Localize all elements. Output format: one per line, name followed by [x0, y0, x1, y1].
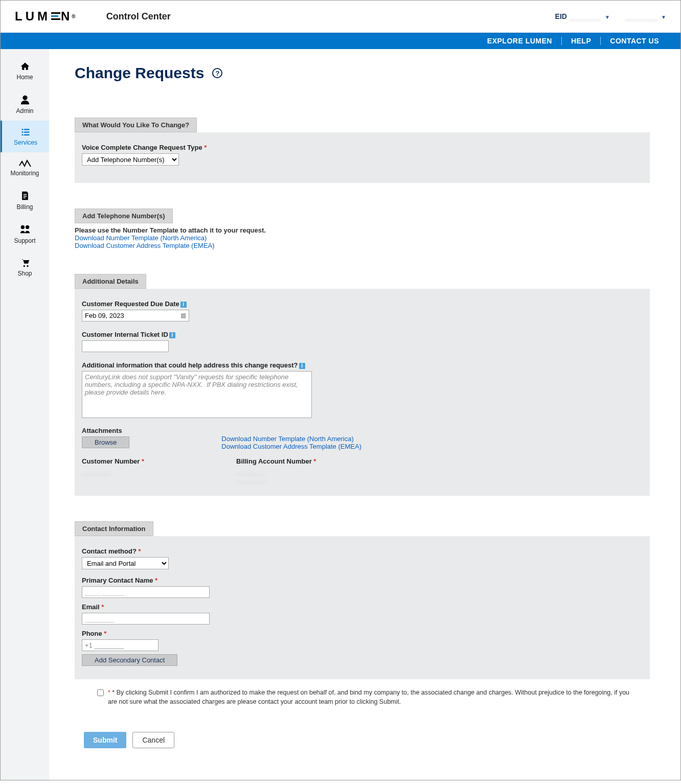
section-tab-change: What Would You Like To Change?	[75, 118, 197, 132]
svg-point-13	[27, 265, 28, 267]
brand-logo: L U M N ®	[15, 9, 76, 24]
sidebar-item-billing[interactable]: Billing	[1, 183, 49, 217]
sidebar-item-admin[interactable]: Admin	[1, 87, 49, 121]
customer-number-label: Customer Number *	[82, 457, 144, 465]
svg-rect-4	[24, 132, 30, 133]
main-content: Change Requests ? What Would You Like To…	[49, 49, 680, 780]
svg-rect-8	[23, 196, 27, 197]
services-icon	[20, 128, 31, 137]
browse-button[interactable]: Browse	[82, 436, 129, 448]
svg-rect-1	[22, 129, 24, 130]
sidebar-item-support[interactable]: Support	[1, 217, 49, 250]
phone-label: Phone *	[82, 630, 643, 637]
eid-dropdown[interactable]: EID ________ ▼	[555, 12, 610, 20]
monitoring-icon	[19, 159, 31, 168]
shop-icon	[19, 258, 31, 268]
due-date-input[interactable]	[82, 310, 189, 321]
sidebar-item-label: Monitoring	[3, 170, 47, 177]
due-date-label: Customer Requested Due Datei	[82, 300, 643, 308]
billing-icon	[20, 190, 30, 201]
sidebar-item-label: Billing	[3, 203, 47, 211]
sidebar-item-label: Shop	[3, 270, 47, 277]
admin-icon	[19, 94, 31, 105]
confirm-row: * * By clicking Submit I confirm I am au…	[97, 688, 634, 706]
sidebar-item-label: Services	[4, 139, 47, 146]
explore-lumen-link[interactable]: EXPLORE LUMEN	[478, 37, 561, 45]
primary-contact-name-label: Primary Contact Name *	[82, 577, 643, 584]
additional-info-textarea[interactable]	[82, 371, 312, 418]
confirm-text: * * By clicking Submit I confirm I am au…	[108, 688, 634, 706]
svg-rect-5	[22, 134, 24, 135]
help-link[interactable]: HELP	[561, 37, 600, 45]
contact-us-link[interactable]: CONTACT US	[600, 37, 668, 45]
app-title: Control Center	[106, 11, 171, 22]
svg-rect-9	[23, 197, 25, 198]
calendar-icon[interactable]: ▦	[180, 312, 186, 319]
svg-point-12	[23, 265, 25, 267]
utility-nav: EXPLORE LUMEN HELP CONTACT US	[1, 33, 680, 49]
submit-button[interactable]: Submit	[84, 732, 126, 748]
svg-rect-3	[22, 132, 24, 133]
info-icon[interactable]: i	[169, 332, 175, 338]
svg-rect-2	[24, 129, 30, 130]
attachments-label: Attachments	[82, 427, 129, 434]
chevron-down-icon: ▼	[661, 14, 666, 20]
primary-contact-name-input[interactable]	[82, 586, 210, 598]
sidebar: Home Admin Services Monitoring Billing S…	[1, 49, 49, 780]
template-note: Please use the Number Template to attach…	[75, 226, 650, 234]
section-change: Voice Complete Change Request Type * Add…	[75, 132, 650, 183]
confirm-checkbox[interactable]	[97, 689, 104, 696]
home-icon	[19, 61, 31, 72]
section-contact: Contact method? * Email and Portal Prima…	[75, 536, 650, 679]
section-details: Customer Requested Due Datei ▦ Customer …	[75, 289, 650, 496]
user-dropdown[interactable]: ________ ▼	[625, 12, 666, 20]
contact-method-select[interactable]: Email and Portal	[82, 557, 169, 569]
download-number-template-link[interactable]: Download Number Template (North America)	[75, 234, 207, 242]
info-icon[interactable]: i	[299, 363, 305, 369]
change-type-select[interactable]: Add Telephone Number(s)	[82, 153, 179, 166]
phone-input[interactable]	[82, 639, 158, 651]
billing-account-value: ________ ________	[236, 467, 316, 482]
download-number-template-link-2[interactable]: Download Number Template (North America)	[221, 435, 353, 443]
support-icon	[19, 224, 31, 235]
help-icon[interactable]: ?	[212, 68, 222, 78]
change-type-label: Voice Complete Change Request Type *	[82, 144, 643, 151]
svg-rect-6	[24, 134, 30, 135]
section-tab-contact: Contact Information	[75, 521, 153, 536]
sidebar-item-label: Home	[3, 74, 47, 81]
sidebar-item-services[interactable]: Services	[1, 121, 49, 152]
email-label: Email *	[82, 603, 643, 611]
ticket-id-input[interactable]	[82, 340, 169, 352]
info-icon[interactable]: i	[180, 302, 187, 308]
cancel-button[interactable]: Cancel	[132, 732, 174, 748]
section-tab-add: Add Telephone Number(s)	[75, 209, 173, 223]
customer-number-value: ________	[82, 467, 144, 475]
page-title: Change Requests ?	[75, 64, 650, 82]
download-address-template-link[interactable]: Download Customer Address Template (EMEA…	[75, 242, 215, 249]
sidebar-item-shop[interactable]: Shop	[1, 250, 49, 283]
svg-rect-7	[23, 194, 27, 195]
sidebar-item-monitoring[interactable]: Monitoring	[1, 152, 49, 183]
add-secondary-contact-button[interactable]: Add Secondary Contact	[82, 654, 177, 666]
download-address-template-link-2[interactable]: Download Customer Address Template (EMEA…	[221, 443, 361, 450]
svg-point-11	[25, 225, 29, 229]
chevron-down-icon: ▼	[605, 14, 610, 20]
contact-method-label: Contact method? *	[82, 547, 643, 555]
sidebar-item-home[interactable]: Home	[1, 54, 49, 87]
sidebar-item-label: Admin	[3, 107, 47, 114]
svg-point-10	[20, 225, 24, 229]
section-tab-details: Additional Details	[75, 274, 146, 289]
ticket-id-label: Customer Internal Ticket IDi	[82, 331, 643, 338]
additional-info-label: Additional information that could help a…	[82, 361, 643, 369]
sidebar-item-label: Support	[3, 237, 47, 244]
billing-account-label: Billing Account Number *	[236, 457, 316, 465]
top-bar: L U M N ® Control Center EID ________ ▼ …	[1, 1, 680, 33]
svg-point-0	[22, 96, 27, 100]
email-input[interactable]	[82, 613, 210, 625]
logo-e-icon	[51, 11, 60, 21]
